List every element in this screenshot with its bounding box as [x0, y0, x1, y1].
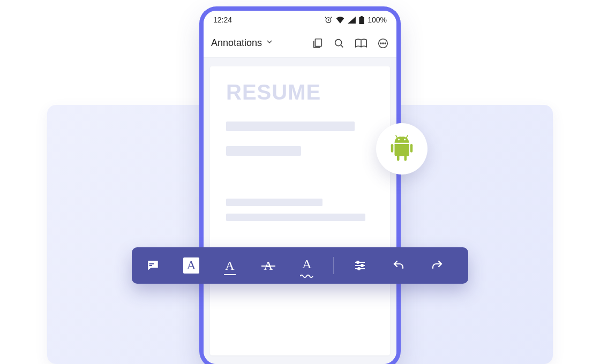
svg-rect-12: [149, 265, 152, 266]
svg-point-4: [335, 39, 342, 46]
svg-point-13: [357, 261, 359, 263]
document-page: RESUME: [210, 66, 390, 355]
document-heading: RESUME: [226, 80, 374, 104]
svg-point-15: [358, 268, 360, 270]
svg-rect-9: [391, 144, 394, 153]
svg-rect-11: [149, 263, 154, 264]
svg-rect-10: [410, 144, 413, 153]
toolbar-divider: [333, 257, 334, 274]
battery-icon: [359, 16, 364, 24]
android-badge: [376, 123, 428, 175]
status-indicators: 100%: [324, 16, 387, 24]
more-icon[interactable]: [377, 37, 389, 49]
text-placeholder: [226, 146, 301, 156]
battery-percent: 100%: [368, 16, 387, 24]
text-placeholder: [226, 214, 365, 221]
svg-point-6: [380, 43, 381, 44]
alarm-icon: [324, 16, 333, 24]
signal-icon: [348, 17, 356, 24]
thumbnails-icon[interactable]: [312, 37, 324, 49]
mode-label: Annotations: [211, 37, 262, 49]
svg-point-14: [361, 264, 363, 267]
undo-button[interactable]: [389, 256, 408, 275]
text-placeholder: [226, 199, 322, 206]
search-icon[interactable]: [333, 37, 345, 49]
sliders-button[interactable]: [351, 256, 369, 275]
highlight-button[interactable]: A: [182, 256, 200, 275]
status-time: 12:24: [213, 16, 232, 24]
text-placeholder: [226, 122, 355, 131]
annotation-toolbar: A A A A: [132, 247, 468, 284]
status-bar: 12:24 100%: [204, 11, 396, 29]
svg-rect-1: [359, 17, 364, 24]
mode-dropdown[interactable]: Annotations: [211, 37, 308, 49]
underline-button[interactable]: A: [221, 256, 239, 275]
svg-rect-2: [361, 16, 363, 17]
reader-icon[interactable]: [355, 37, 368, 49]
squiggle-button[interactable]: A: [298, 256, 316, 275]
svg-rect-3: [315, 39, 321, 46]
wifi-icon: [336, 16, 344, 24]
app-bar: Annotations: [204, 29, 396, 58]
chevron-down-icon: [265, 37, 274, 49]
svg-point-7: [382, 43, 384, 44]
redo-button[interactable]: [428, 256, 446, 275]
android-icon: [387, 134, 416, 163]
comment-button[interactable]: [144, 256, 162, 275]
document-viewport[interactable]: RESUME: [204, 58, 396, 364]
phone-frame: 12:24 100% Annotations: [204, 11, 396, 364]
strikethrough-button[interactable]: A: [259, 256, 278, 275]
svg-point-8: [385, 43, 386, 44]
